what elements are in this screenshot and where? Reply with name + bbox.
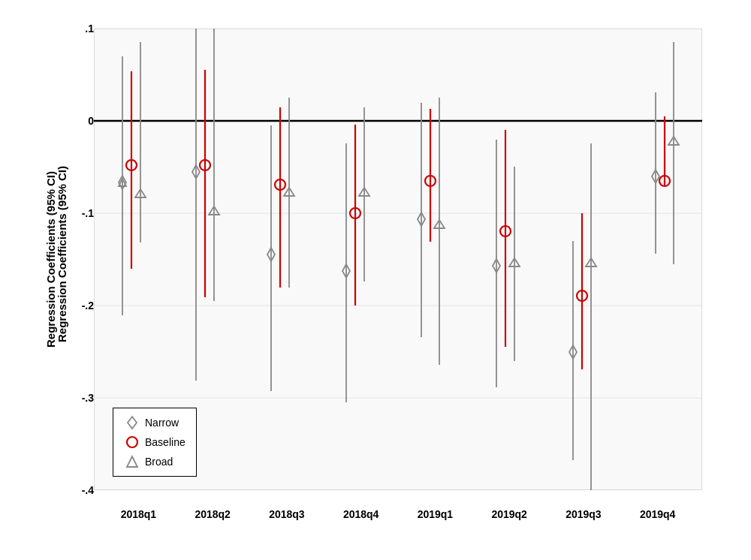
y-tick-neg03: -.3 — [82, 392, 94, 404]
chart-container: Regression Coefficients (95% CI) — [30, 17, 721, 543]
x-label-2019q2: 2019q2 — [472, 508, 547, 520]
x-label-2018q2: 2018q2 — [176, 508, 250, 520]
svg-marker-56 — [128, 417, 137, 429]
legend-item-narrow: Narrow — [124, 414, 185, 431]
broad-icon — [124, 453, 140, 470]
legend-label-baseline: Baseline — [145, 436, 185, 448]
x-label-2018q3: 2018q3 — [250, 508, 324, 520]
y-tick-neg04: -.4 — [82, 484, 94, 496]
y-tick-0: 0 — [88, 115, 94, 127]
legend-item-broad: Broad — [124, 453, 185, 470]
legend: Narrow Baseline Broad — [113, 408, 197, 477]
narrow-icon — [124, 414, 140, 431]
x-label-2018q4: 2018q4 — [324, 508, 398, 520]
x-label-2019q4: 2019q4 — [620, 508, 695, 520]
y-tick-01: .1 — [85, 23, 94, 35]
y-tick-neg02: -.2 — [82, 300, 94, 312]
x-label-2018q1: 2018q1 — [101, 508, 176, 520]
legend-label-broad: Broad — [145, 456, 173, 468]
y-axis-title: Regression Coefficients (95% CI) — [36, 29, 66, 490]
legend-label-narrow: Narrow — [145, 417, 179, 429]
y-tick-neg01: -.1 — [82, 207, 94, 219]
y-axis-ticks: .1 0 -.1 -.2 -.3 -.4 — [71, 29, 94, 490]
x-label-2019q1: 2019q1 — [398, 508, 472, 520]
svg-point-57 — [127, 437, 137, 447]
svg-marker-58 — [127, 456, 137, 467]
x-axis-labels: 2018q1 2018q2 2018q3 2018q4 2019q1 2019q… — [94, 508, 702, 520]
legend-item-baseline: Baseline — [124, 434, 185, 450]
x-label-2019q3: 2019q3 — [547, 508, 621, 520]
baseline-icon — [124, 434, 140, 450]
